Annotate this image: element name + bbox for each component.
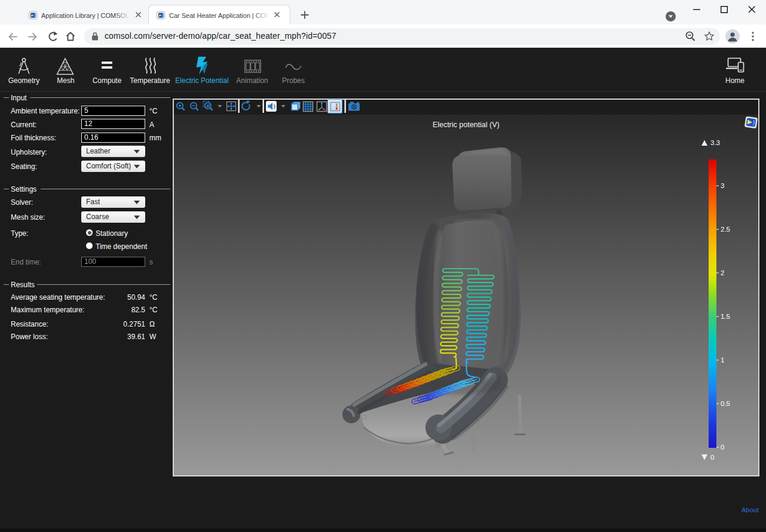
svg-text:1.5: 1.5 [721,313,730,320]
svg-text:3: 3 [721,182,724,189]
svg-text:1: 1 [721,356,724,364]
svg-text:0: 0 [710,454,714,461]
svg-text:2: 2 [721,269,724,276]
svg-text:2.5: 2.5 [721,226,730,233]
svg-text:Electric potential (V): Electric potential (V) [433,121,500,129]
svg-text:3.3: 3.3 [710,139,720,146]
svg-text:0.5: 0.5 [721,400,730,407]
svg-text:0: 0 [721,444,724,451]
